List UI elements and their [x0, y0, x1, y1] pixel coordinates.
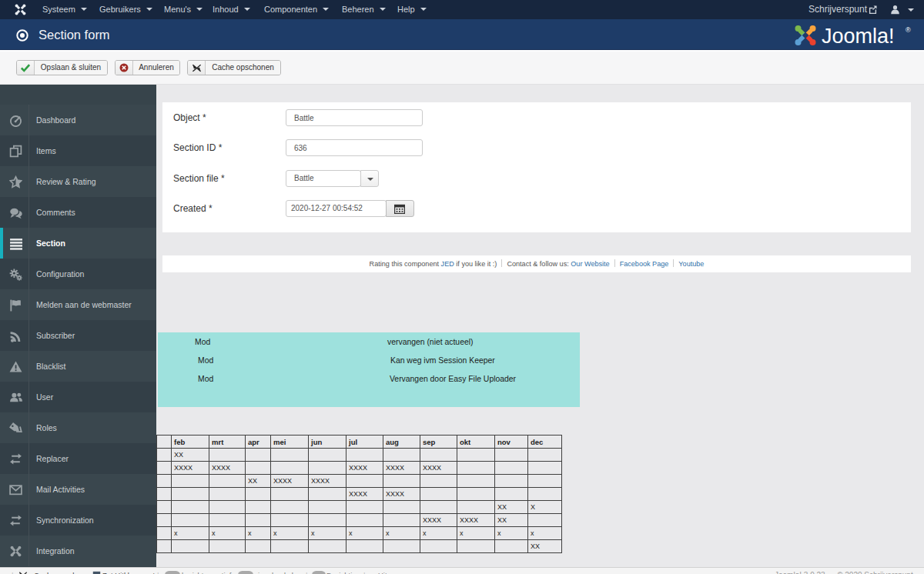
svg-text:Joomla!: Joomla! — [822, 25, 895, 47]
svg-text:®: ® — [906, 26, 911, 34]
